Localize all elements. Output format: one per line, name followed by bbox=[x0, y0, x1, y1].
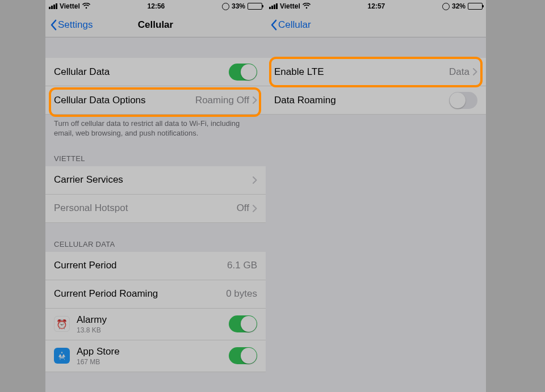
alarmy-icon: ⏰ bbox=[54, 316, 70, 332]
row-label: Personal Hotspot bbox=[54, 203, 128, 214]
app-size: 13.8 KB bbox=[77, 326, 107, 334]
row-label: Carrier Services bbox=[54, 174, 123, 186]
back-label: Settings bbox=[58, 19, 93, 31]
app-name: Alarmy bbox=[77, 314, 107, 326]
rotation-lock-icon bbox=[222, 3, 229, 10]
cellular-data-footer: Turn off cellular data to restrict all d… bbox=[45, 115, 266, 144]
data-roaming-toggle[interactable] bbox=[449, 92, 477, 109]
signal-icon bbox=[49, 3, 57, 9]
wifi-icon bbox=[303, 3, 311, 10]
battery-icon bbox=[248, 3, 262, 10]
enable-lte-row[interactable]: Enable LTE Data bbox=[266, 58, 486, 86]
row-label: Current Period bbox=[54, 260, 117, 271]
status-bar: Viettel 12:56 33% bbox=[45, 0, 266, 12]
clock: 12:56 bbox=[148, 2, 165, 10]
carrier-name: Viettel bbox=[60, 2, 80, 10]
chevron-right-icon bbox=[253, 176, 257, 184]
data-roaming-row[interactable]: Data Roaming bbox=[266, 86, 486, 115]
screenshot-right: Viettel 12:57 32% Cellular Enable LTE bbox=[266, 0, 486, 392]
current-period-row: Current Period 6.1 GB bbox=[45, 252, 266, 280]
cellular-data-options-row[interactable]: Cellular Data Options Roaming Off bbox=[45, 86, 266, 115]
app-size: 167 MB bbox=[77, 358, 120, 366]
status-bar: Viettel 12:57 32% bbox=[266, 0, 486, 12]
app-row-appstore[interactable]: App Store 167 MB bbox=[45, 340, 266, 372]
row-label: Enable LTE bbox=[274, 66, 324, 78]
cellular-data-toggle[interactable] bbox=[229, 64, 257, 81]
section-header-carrier: VIETTEL bbox=[45, 144, 266, 166]
enable-lte-detail: Data bbox=[449, 66, 469, 78]
personal-hotspot-detail: Off bbox=[237, 203, 249, 214]
nav-bar: Cellular bbox=[266, 12, 486, 37]
current-period-roaming-row: Current Period Roaming 0 bytes bbox=[45, 280, 266, 309]
app-row-alarmy[interactable]: ⏰ Alarmy 13.8 KB bbox=[45, 309, 266, 340]
app-toggle-alarmy[interactable] bbox=[229, 315, 257, 332]
personal-hotspot-row[interactable]: Personal Hotspot Off bbox=[45, 195, 266, 223]
wifi-icon bbox=[82, 3, 90, 10]
screenshot-left: Viettel 12:56 33% Settings Cellular bbox=[45, 0, 266, 392]
back-button[interactable]: Cellular bbox=[270, 19, 311, 31]
carrier-services-row[interactable]: Carrier Services bbox=[45, 166, 266, 195]
chevron-right-icon bbox=[253, 205, 257, 212]
app-name: App Store bbox=[77, 346, 120, 357]
cellular-data-row[interactable]: Cellular Data bbox=[45, 58, 266, 86]
signal-icon bbox=[269, 3, 278, 9]
section-header-cellular-data: CELLULAR DATA bbox=[45, 223, 266, 252]
clock: 12:57 bbox=[368, 2, 385, 10]
page-title: Cellular bbox=[138, 19, 173, 31]
cellular-data-options-detail: Roaming Off bbox=[195, 95, 249, 106]
app-toggle-appstore[interactable] bbox=[229, 347, 257, 364]
battery-percent: 32% bbox=[452, 2, 466, 10]
rotation-lock-icon bbox=[442, 3, 450, 10]
back-button[interactable]: Settings bbox=[50, 19, 93, 31]
current-period-roaming-value: 0 bytes bbox=[226, 288, 257, 300]
chevron-left-icon bbox=[270, 19, 277, 31]
row-label: Data Roaming bbox=[274, 95, 336, 106]
chevron-right-icon bbox=[253, 96, 257, 104]
row-label: Cellular Data Options bbox=[54, 95, 146, 106]
row-label: Current Period Roaming bbox=[54, 288, 158, 300]
chevron-left-icon bbox=[50, 19, 57, 31]
battery-icon bbox=[468, 3, 483, 10]
carrier-name: Viettel bbox=[280, 2, 300, 10]
appstore-icon bbox=[54, 348, 70, 364]
battery-percent: 33% bbox=[232, 2, 245, 10]
chevron-right-icon bbox=[473, 68, 477, 75]
current-period-value: 6.1 GB bbox=[227, 260, 257, 271]
back-label: Cellular bbox=[278, 19, 311, 31]
nav-bar: Settings Cellular bbox=[45, 12, 266, 37]
row-label: Cellular Data bbox=[54, 66, 110, 78]
